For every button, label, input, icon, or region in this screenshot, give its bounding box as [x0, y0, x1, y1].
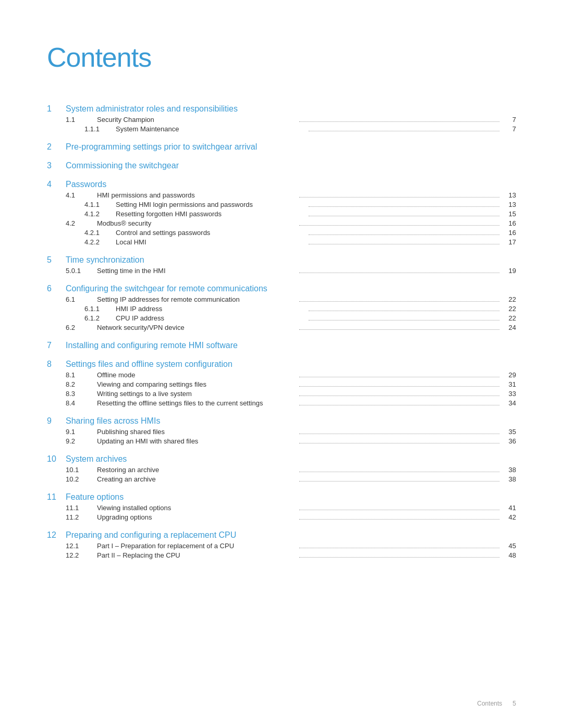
section-header: 6Configuring the switchgear for remote c…: [47, 284, 516, 293]
sub-title: Upgrading options: [97, 513, 297, 521]
section-number: 11: [47, 492, 66, 502]
sub-entry-inner: 4.2Modbus® security16: [66, 219, 516, 227]
section-header: 5Time synchronization: [47, 255, 516, 265]
section-entry: 10System archives10.1Restoring an archiv…: [47, 454, 516, 483]
section-title: System archives: [66, 454, 127, 464]
section-number: 6: [47, 284, 66, 293]
sub-label: 10.2: [66, 475, 97, 483]
dot-leader: [299, 481, 499, 482]
dot-leader: [299, 405, 499, 405]
sub-entry: 8.2Viewing and comparing settings files3…: [66, 380, 516, 388]
sub-entry: 8.3Writing settings to a live system33: [66, 390, 516, 398]
sub-title: Viewing installed options: [97, 504, 297, 512]
sub-entry-inner: 6.1.1HMI IP address22: [84, 305, 516, 313]
section-entry: 11Feature options11.1Viewing installed o…: [47, 492, 516, 521]
section-title: Commissioning the switchgear: [66, 161, 179, 170]
dot-leader: [309, 244, 499, 244]
subsections: 4.1HMI permissions and passwords134.1.1S…: [66, 191, 516, 246]
subsections: 11.1Viewing installed options4111.2Upgra…: [66, 504, 516, 521]
sub-entry-inner: 10.1Restoring an archive38: [66, 466, 516, 474]
page-number: 19: [501, 267, 516, 275]
sub-entry: 6.1Setting IP addresses for remote commu…: [66, 295, 516, 303]
subsub-entry: 6.1.2CPU IP address22: [84, 314, 516, 322]
sub-label: 6.2: [66, 324, 97, 331]
page-number: 38: [501, 466, 516, 474]
dot-leader: [299, 197, 499, 198]
subsub-entry: 1.1.1System Maintenance7: [84, 125, 516, 133]
section-title: Passwords: [66, 180, 106, 189]
dot-leader: [299, 519, 499, 520]
page-number: 34: [501, 399, 516, 407]
section-number: 5: [47, 255, 66, 265]
sub-entry-inner: 4.2.1Control and settings passwords16: [84, 229, 516, 237]
section-number: 3: [47, 161, 66, 170]
section-title: Configuring the switchgear for remote co…: [66, 284, 267, 293]
subsub-entry: 4.1.1Setting HMI login permissions and p…: [84, 201, 516, 208]
sub-title: Creating an archive: [97, 475, 297, 483]
page-number: 33: [501, 390, 516, 398]
sub-entry: 1.1Security Champion7: [66, 116, 516, 124]
sub-entry-inner: 12.1Part I – Preparation for replacement…: [66, 542, 516, 550]
dot-leader: [299, 557, 499, 558]
section-header: 11Feature options: [47, 492, 516, 502]
sub-title: Restoring an archive: [97, 466, 297, 474]
section-header: 7Installing and configuring remote HMI s…: [47, 341, 516, 350]
page-number: 35: [501, 428, 516, 436]
dot-leader: [309, 235, 499, 235]
page-title: Contents: [47, 42, 516, 73]
sub-title: Viewing and comparing settings files: [97, 380, 297, 388]
page-footer: Contents 5: [477, 700, 516, 707]
section-title: Preparing and configuring a replacement …: [66, 530, 236, 540]
sub-entry: 9.1Publishing shared files35: [66, 428, 516, 436]
sub-entry-inner: 4.1HMI permissions and passwords13: [66, 191, 516, 199]
section-title: Installing and configuring remote HMI so…: [66, 341, 238, 350]
sub-entry-inner: 11.2Upgrading options42: [66, 513, 516, 521]
sub-label: 1.1: [66, 116, 97, 124]
sub-entry: 12.2Part II – Replacing the CPU48: [66, 551, 516, 559]
sub-title: Resetting the offline settings files to …: [97, 399, 297, 407]
sub-entry: 8.4Resetting the offline settings files …: [66, 399, 516, 407]
page-number: 31: [501, 380, 516, 388]
section-entry: 6Configuring the switchgear for remote c…: [47, 284, 516, 331]
dot-leader: [309, 216, 499, 216]
sub-label: 12.2: [66, 551, 97, 559]
sub-entry-inner: 1.1Security Champion7: [66, 116, 516, 124]
section-number: 2: [47, 142, 66, 152]
dot-leader: [299, 443, 499, 443]
subsub-label: 6.1.1: [84, 305, 116, 313]
dot-leader: [299, 510, 499, 510]
dot-leader: [299, 377, 499, 377]
page: Contents 1System administrator roles and…: [0, 0, 563, 728]
section-number: 9: [47, 416, 66, 426]
section-number: 10: [47, 454, 66, 464]
page-number: 38: [501, 475, 516, 483]
sub-label: 8.4: [66, 399, 97, 407]
section-title: Pre-programming settings prior to switch…: [66, 142, 257, 152]
dot-leader: [299, 386, 499, 387]
page-number: 7: [501, 116, 516, 124]
page-number: 13: [501, 201, 516, 208]
section-entry: 9Sharing files across HMIs9.1Publishing …: [47, 416, 516, 445]
subsub-entry: 4.2.2Local HMI17: [84, 238, 516, 246]
sub-label: 4.2: [66, 219, 97, 227]
sub-entry-inner: 6.1Setting IP addresses for remote commu…: [66, 295, 516, 303]
dot-leader: [309, 320, 499, 320]
page-number: 7: [501, 125, 516, 133]
section-number: 12: [47, 530, 66, 540]
dot-leader: [309, 206, 499, 207]
subsections: 12.1Part I – Preparation for replacement…: [66, 542, 516, 559]
section-header: 3Commissioning the switchgear: [47, 161, 516, 170]
sub-entry: 4.2Modbus® security16: [66, 219, 516, 227]
subsub-title: Local HMI: [116, 238, 307, 246]
sub-entry-inner: 10.2Creating an archive38: [66, 475, 516, 483]
page-number: 24: [501, 324, 516, 331]
table-of-contents: 1System administrator roles and responsi…: [47, 104, 516, 559]
section-title: Sharing files across HMIs: [66, 416, 160, 426]
page-number: 36: [501, 437, 516, 445]
section-header: 8Settings files and offline system confi…: [47, 360, 516, 369]
subsub-title: HMI IP address: [116, 305, 307, 313]
sub-entry-inner: 6.1.2CPU IP address22: [84, 314, 516, 322]
footer-page-number: 5: [512, 700, 516, 707]
subsub-entry: 6.1.1HMI IP address22: [84, 305, 516, 313]
sub-label: 11.1: [66, 504, 97, 512]
